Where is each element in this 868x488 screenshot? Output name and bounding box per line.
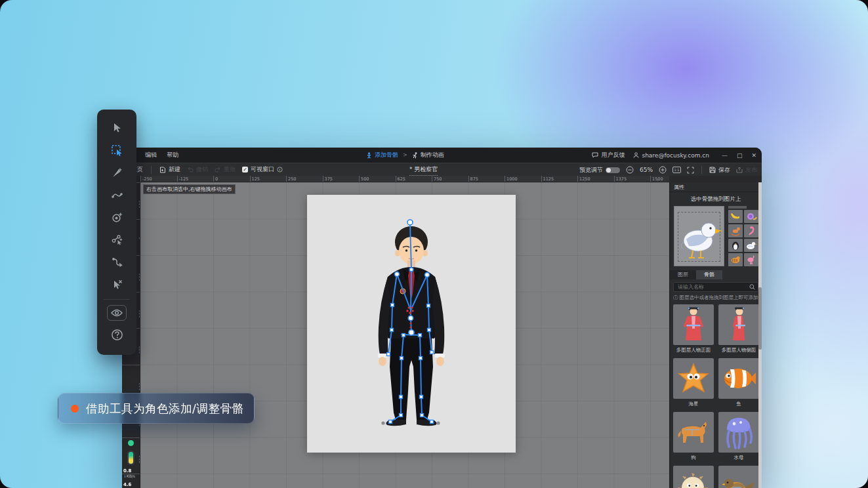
fullscreen-button[interactable] bbox=[687, 167, 694, 174]
properties-panel: 属性 选中骨骼拖到图片上 bbox=[669, 182, 762, 488]
curve-bone-icon bbox=[111, 189, 123, 201]
app-window: 编辑 帮助 添加骨骼 > 制作动画 bbox=[122, 148, 762, 488]
canvas[interactable]: 右击画布取消选中,右键拖拽移动画布 bbox=[140, 182, 669, 488]
asset-woman-front[interactable] bbox=[673, 304, 714, 345]
thumb-tiger[interactable] bbox=[728, 253, 743, 266]
menu-item-help[interactable]: 帮助 bbox=[167, 151, 178, 159]
mini-grid-caption bbox=[728, 206, 759, 209]
tab-bones[interactable]: 骨骼 bbox=[696, 270, 722, 279]
zoom-out-button[interactable] bbox=[626, 166, 634, 174]
character-figure[interactable] bbox=[307, 195, 516, 453]
redo-button[interactable]: 重做 bbox=[215, 165, 236, 174]
close-button[interactable]: ✕ bbox=[751, 152, 756, 159]
asset-item[interactable] bbox=[673, 466, 714, 488]
visibility-tool[interactable] bbox=[107, 305, 127, 321]
publish-button[interactable]: 发布 bbox=[736, 166, 757, 174]
search-input[interactable] bbox=[676, 283, 749, 291]
asset-item[interactable]: 鱼 bbox=[718, 358, 759, 407]
screenshot-root: 编辑 帮助 添加骨骼 > 制作动画 bbox=[0, 0, 868, 488]
thumb-penguin[interactable] bbox=[728, 239, 743, 252]
ruler-tick-label: -250 bbox=[140, 176, 177, 182]
curve-line-tool[interactable] bbox=[106, 251, 128, 273]
tab-layers[interactable]: 图层 bbox=[670, 270, 696, 279]
actual-size-button[interactable]: 1:1 bbox=[672, 167, 681, 173]
artboard[interactable] bbox=[307, 195, 516, 453]
zoom-level[interactable]: 65% bbox=[640, 167, 653, 173]
search-box[interactable] bbox=[673, 282, 758, 292]
panel-tabs: 图层 骨骼 bbox=[670, 270, 762, 279]
add-bone-tool[interactable] bbox=[106, 161, 128, 184]
asset-item[interactable]: 水母 bbox=[718, 412, 759, 460]
toolbar-divider bbox=[151, 166, 152, 174]
thumb-seahorse[interactable] bbox=[744, 224, 758, 237]
asset-item[interactable]: 狗 bbox=[673, 412, 714, 460]
panel-title: 属性 bbox=[670, 182, 762, 192]
select-tool[interactable] bbox=[106, 117, 128, 139]
ruler-tick-label: 0 bbox=[213, 176, 250, 182]
bone-person-icon bbox=[366, 152, 372, 159]
runner-icon bbox=[412, 152, 418, 159]
asset-starfish[interactable] bbox=[673, 358, 714, 399]
menu-item-edit[interactable]: 编辑 bbox=[145, 151, 157, 159]
zoom-in-button[interactable] bbox=[659, 166, 667, 174]
asset-clownfish[interactable] bbox=[718, 358, 759, 399]
asset-item[interactable] bbox=[718, 466, 759, 488]
bind-bone-icon bbox=[111, 234, 123, 246]
maximize-button[interactable]: □ bbox=[737, 152, 743, 159]
step-add-bone[interactable]: 添加骨骼 bbox=[366, 151, 398, 159]
ruler-tick-label: 250 bbox=[286, 176, 323, 182]
select-cursor-icon bbox=[111, 122, 123, 134]
minimize-button[interactable]: — bbox=[722, 152, 728, 159]
menu-bar: 编辑 帮助 添加骨骼 > 制作动画 bbox=[122, 148, 762, 163]
curve-bone-tool[interactable] bbox=[106, 184, 128, 206]
scrollbar-thumb[interactable] bbox=[758, 287, 762, 350]
undo-button[interactable]: 撤销 bbox=[187, 165, 208, 174]
color-meter-icon bbox=[127, 451, 134, 465]
ruler-tick-label: 750 bbox=[432, 176, 468, 182]
thumb-banana[interactable] bbox=[728, 210, 743, 223]
account-email: share@focusky.com.cn bbox=[642, 152, 709, 159]
asset-woman-side[interactable] bbox=[718, 304, 759, 345]
panel-scrollbar[interactable] bbox=[758, 182, 762, 488]
ruler-tick-label: -125 bbox=[177, 176, 214, 182]
feedback-button[interactable]: 用户反馈 bbox=[592, 151, 625, 159]
asset-bird[interactable] bbox=[718, 466, 759, 488]
account-button[interactable]: share@focusky.com.cn bbox=[633, 152, 709, 159]
pose-toggle[interactable]: 预览调节 bbox=[579, 166, 620, 174]
bone-target-preview bbox=[673, 206, 758, 266]
tool-palette bbox=[97, 110, 136, 355]
add-joint-tool[interactable] bbox=[106, 206, 128, 228]
search-icon bbox=[749, 284, 755, 290]
marquee-select-tool[interactable] bbox=[106, 139, 128, 161]
publish-icon bbox=[736, 167, 743, 173]
panel-info-tip: ⓘ 图层选中或者拖拽到图层上即可添加骨骼! bbox=[673, 295, 758, 301]
info-circle-icon bbox=[277, 167, 283, 173]
new-button[interactable]: 新建 bbox=[159, 165, 180, 174]
thumb-rocking-horse[interactable] bbox=[728, 224, 743, 237]
help-button[interactable] bbox=[106, 323, 128, 346]
asset-dog[interactable] bbox=[673, 412, 714, 453]
palette-divider bbox=[104, 299, 130, 300]
asset-item[interactable]: 海星 bbox=[673, 358, 714, 407]
document-name[interactable]: * 男检察官 bbox=[409, 165, 438, 176]
step-make-animation[interactable]: 制作动画 bbox=[412, 151, 444, 159]
save-button[interactable]: 保存 bbox=[709, 166, 730, 174]
preview-seagull[interactable] bbox=[674, 206, 724, 266]
asset-jellyfish[interactable] bbox=[718, 412, 759, 453]
mode-steps: 添加骨骼 > 制作动画 bbox=[366, 148, 444, 163]
toggle-switch-icon[interactable] bbox=[606, 167, 620, 173]
viewport-checkbox[interactable]: ✓ 可视窗口 bbox=[242, 165, 283, 174]
thumb-snail[interactable] bbox=[744, 210, 758, 223]
asset-item[interactable]: 多图层人物侧面 bbox=[718, 304, 759, 353]
asset-pufferfish[interactable] bbox=[673, 466, 714, 488]
asset-item[interactable]: 多图层人物正面 bbox=[673, 304, 714, 353]
workspace: -1250125250375500625750875100011251250 bbox=[122, 182, 762, 488]
delete-select-tool[interactable] bbox=[106, 273, 128, 295]
feature-callout: 借助工具为角色添加/调整骨骼 bbox=[58, 393, 255, 424]
help-icon bbox=[111, 329, 123, 341]
bind-bone-tool[interactable] bbox=[106, 228, 128, 251]
thumb-duck[interactable] bbox=[744, 239, 758, 252]
callout-text: 借助工具为角色添加/调整骨骼 bbox=[86, 401, 243, 417]
thumb-flamingo[interactable] bbox=[744, 253, 758, 266]
selection-dashed-border bbox=[678, 212, 720, 262]
